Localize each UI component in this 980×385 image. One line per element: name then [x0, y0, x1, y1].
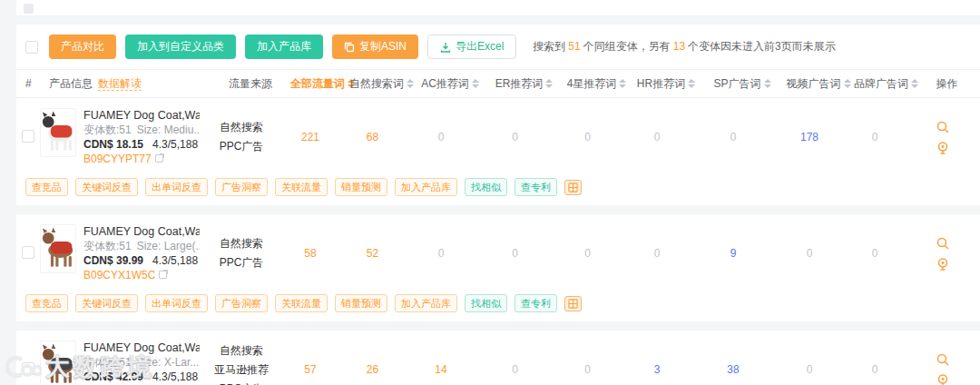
column-header-organic-search-words[interactable]: 自然搜索词	[348, 76, 415, 92]
er-words-value: 0	[476, 131, 554, 143]
asin-link[interactable]: B09CYYPT77	[83, 152, 200, 166]
organic-search-words-value[interactable]: 52	[339, 247, 406, 260]
product-image[interactable]	[40, 108, 76, 157]
product-title[interactable]: FUAMEY Dog Coat,War...	[83, 108, 200, 123]
ac-words-value: 0	[406, 247, 476, 260]
check-competitor-tag[interactable]: 查竞品	[25, 294, 68, 312]
sales-forecast-tag[interactable]: 销量预测	[335, 294, 387, 312]
order-word-reverse-tag[interactable]: 出单词反查	[145, 178, 208, 196]
product-image[interactable]	[40, 341, 76, 385]
external-link-icon[interactable]	[155, 154, 163, 163]
price: CDN$ 42.99	[83, 370, 143, 383]
add-to-custom-category-button[interactable]: 加入到自定义品类	[125, 35, 236, 59]
related-traffic-tag[interactable]: 关联流量	[275, 178, 328, 196]
sp-ad-words-value[interactable]: 38	[692, 363, 774, 376]
organic-search-words-value[interactable]: 68	[339, 131, 406, 143]
row-action-tags: 查竞品 关键词反查 出单词反查 广告洞察 关联流量 销量预测 加入产品库 找相似…	[16, 176, 980, 205]
rating: 4.3/5,188	[152, 370, 198, 383]
product-block: FUAMEY Dog Coat,War... 变体数:51Size: X-Lar…	[16, 331, 980, 385]
row-checkbox[interactable]	[22, 362, 34, 375]
product-block: FUAMEY Dog Coat,War... 变体数:51Size: Mediu…	[16, 98, 980, 205]
total-traffic-words-value[interactable]: 221	[281, 131, 339, 143]
column-header-video-ad-words[interactable]: 视频广告词	[783, 76, 854, 92]
sort-icon[interactable]	[407, 79, 414, 88]
select-all-checkbox[interactable]	[25, 41, 38, 54]
page-gap	[0, 15, 980, 25]
ac-words-value[interactable]: 14	[406, 363, 476, 376]
find-similar-tag[interactable]: 找相似	[465, 178, 507, 196]
find-similar-tag[interactable]: 找相似	[465, 294, 507, 312]
patent-check-tag[interactable]: 查专利	[514, 294, 557, 312]
dog-coat-image	[42, 226, 74, 271]
keyword-search-icon[interactable]	[936, 236, 950, 251]
column-header-sp-ad-words[interactable]: SP广告词	[701, 76, 783, 92]
hr-words-value[interactable]: 3	[622, 363, 692, 376]
keyword-search-icon[interactable]	[936, 120, 950, 134]
related-traffic-tag[interactable]: 关联流量	[275, 294, 328, 312]
product-title[interactable]: FUAMEY Dog Coat,War...	[83, 341, 200, 355]
sort-icon[interactable]	[545, 79, 553, 88]
keyword-reverse-tag[interactable]: 关键词反查	[75, 294, 138, 312]
4star-words-value: 0	[554, 131, 622, 143]
traffic-monitor-icon[interactable]	[936, 141, 950, 155]
total-traffic-words-value[interactable]: 58	[281, 247, 339, 260]
column-header-er-words[interactable]: ER推荐词	[485, 76, 563, 92]
sp-ad-words-value: 0	[692, 131, 774, 143]
check-competitor-tag[interactable]: 查竞品	[25, 178, 68, 196]
4star-words-value: 0	[554, 247, 622, 260]
brand-ad-words-value: 0	[845, 131, 905, 143]
organic-search-words-value[interactable]: 26	[339, 363, 406, 376]
add-library-tag[interactable]: 加入产品库	[395, 294, 457, 312]
brand-ad-words-value: 0	[845, 363, 905, 376]
ad-insight-tag[interactable]: 广告洞察	[215, 294, 268, 312]
profit-calculator-icon[interactable]	[564, 296, 582, 311]
variant-count-label: 变体数:51	[83, 240, 132, 252]
hr-words-value: 0	[622, 247, 692, 260]
row-gap	[16, 321, 980, 331]
row-gap	[16, 205, 980, 214]
keyword-search-icon[interactable]	[936, 352, 950, 367]
sales-forecast-tag[interactable]: 销量预测	[335, 178, 387, 196]
copy-icon	[344, 42, 355, 53]
column-header-ac-words[interactable]: AC推荐词	[415, 76, 485, 92]
product-title[interactable]: FUAMEY Dog Coat,War...	[83, 224, 200, 239]
row-checkbox[interactable]	[22, 246, 34, 259]
sort-icon[interactable]	[472, 79, 479, 88]
keyword-reverse-tag[interactable]: 关键词反查	[75, 178, 138, 196]
traffic-sources: 自然搜索 PPC广告	[201, 234, 281, 272]
column-header-brand-ad-words[interactable]: 品牌广告词	[854, 76, 914, 92]
ad-insight-tag[interactable]: 广告洞察	[215, 178, 268, 196]
external-link-icon[interactable]	[159, 271, 167, 279]
add-library-tag[interactable]: 加入产品库	[395, 178, 457, 196]
size-label: Size: Large(...	[137, 240, 200, 252]
traffic-monitor-icon[interactable]	[936, 257, 950, 271]
column-header-4star-words[interactable]: 4星推荐词	[563, 76, 631, 92]
column-header-total-traffic-words[interactable]: 全部流量词	[290, 76, 348, 92]
video-ad-words-value[interactable]: 178	[774, 131, 845, 143]
column-header-actions: 操作	[914, 76, 980, 92]
profit-calculator-icon[interactable]	[564, 180, 582, 195]
sort-icon[interactable]	[764, 79, 771, 88]
order-word-reverse-tag[interactable]: 出单词反查	[145, 294, 208, 312]
sort-icon[interactable]	[619, 79, 626, 88]
product-image[interactable]	[40, 224, 76, 273]
asin-link[interactable]: B09CYX1W5C	[83, 268, 200, 282]
add-to-product-library-button[interactable]: 加入产品库	[245, 35, 323, 59]
column-header-product: 产品信息数据解读	[49, 76, 211, 92]
product-compare-button[interactable]: 产品对比	[49, 35, 116, 59]
row-action-tags: 查竞品 关键词反查 出单词反查 广告洞察 关联流量 销量预测 加入产品库 找相似…	[16, 292, 980, 321]
traffic-monitor-icon[interactable]	[936, 373, 950, 385]
copy-asin-button[interactable]: 复制ASIN	[332, 35, 418, 59]
top-breadcrumb-bar	[16, 0, 980, 15]
total-traffic-words-value[interactable]: 57	[281, 363, 339, 376]
data-explain-link[interactable]: 数据解读	[98, 77, 142, 91]
variant-count-label: 变体数:51	[83, 356, 132, 369]
row-checkbox[interactable]	[22, 130, 34, 143]
sort-icon[interactable]	[844, 79, 851, 88]
sort-icon[interactable]	[688, 79, 695, 88]
dog-coat-image	[42, 342, 74, 385]
sp-ad-words-value[interactable]: 9	[692, 247, 774, 260]
patent-check-tag[interactable]: 查专利	[514, 178, 557, 196]
column-header-hr-words[interactable]: HR推荐词	[631, 76, 701, 92]
export-excel-button[interactable]: 导出Excel	[427, 35, 516, 59]
